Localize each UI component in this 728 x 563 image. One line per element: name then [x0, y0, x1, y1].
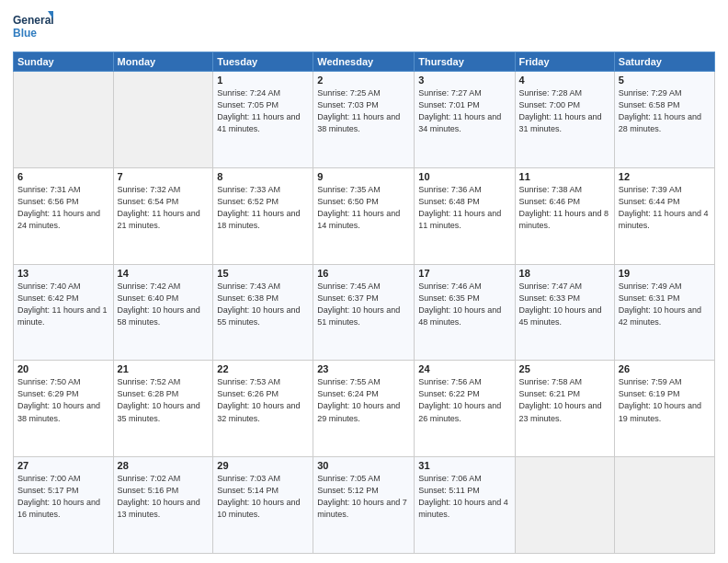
calendar-body: 1Sunrise: 7:24 AM Sunset: 7:05 PM Daylig… — [14, 72, 715, 554]
day-info: Sunrise: 7:58 AM Sunset: 6:21 PM Dayligh… — [519, 376, 610, 424]
weekday-header-tuesday: Tuesday — [213, 52, 313, 72]
calendar-cell: 24Sunrise: 7:56 AM Sunset: 6:22 PM Dayli… — [415, 361, 515, 457]
day-info: Sunrise: 7:02 AM Sunset: 5:16 PM Dayligh… — [118, 473, 210, 521]
calendar-cell: 30Sunrise: 7:05 AM Sunset: 5:12 PM Dayli… — [313, 457, 415, 554]
calendar-cell: 16Sunrise: 7:45 AM Sunset: 6:37 PM Dayli… — [313, 264, 415, 361]
day-number: 7 — [118, 171, 210, 182]
day-info: Sunrise: 7:33 AM Sunset: 6:52 PM Dayligh… — [217, 184, 309, 232]
calendar-week-3: 13Sunrise: 7:40 AM Sunset: 6:42 PM Dayli… — [14, 264, 715, 361]
calendar-cell: 29Sunrise: 7:03 AM Sunset: 5:14 PM Dayli… — [213, 457, 313, 554]
day-info: Sunrise: 7:24 AM Sunset: 7:05 PM Dayligh… — [217, 87, 309, 135]
calendar-cell: 3Sunrise: 7:27 AM Sunset: 7:01 PM Daylig… — [415, 72, 515, 168]
day-info: Sunrise: 7:28 AM Sunset: 7:00 PM Dayligh… — [519, 87, 610, 135]
svg-text:Blue: Blue — [13, 27, 37, 40]
weekday-header-monday: Monday — [113, 52, 213, 72]
day-number: 1 — [217, 75, 309, 86]
day-number: 27 — [17, 460, 109, 471]
day-number: 14 — [118, 268, 210, 279]
logo: General Blue — [13, 9, 53, 46]
day-number: 15 — [217, 268, 309, 279]
day-info: Sunrise: 7:39 AM Sunset: 6:44 PM Dayligh… — [619, 184, 711, 232]
day-info: Sunrise: 7:27 AM Sunset: 7:01 PM Dayligh… — [418, 87, 510, 135]
day-info: Sunrise: 7:40 AM Sunset: 6:42 PM Dayligh… — [17, 281, 109, 328]
day-info: Sunrise: 7:42 AM Sunset: 6:40 PM Dayligh… — [118, 281, 210, 328]
calendar-cell: 9Sunrise: 7:35 AM Sunset: 6:50 PM Daylig… — [313, 167, 415, 264]
logo-svg: General Blue — [13, 9, 53, 46]
day-info: Sunrise: 7:52 AM Sunset: 6:28 PM Dayligh… — [118, 376, 210, 424]
day-info: Sunrise: 7:53 AM Sunset: 6:26 PM Dayligh… — [217, 376, 309, 424]
calendar-cell: 15Sunrise: 7:43 AM Sunset: 6:38 PM Dayli… — [213, 264, 313, 361]
calendar-week-5: 27Sunrise: 7:00 AM Sunset: 5:17 PM Dayli… — [14, 457, 715, 554]
day-number: 16 — [317, 268, 410, 279]
day-info: Sunrise: 7:59 AM Sunset: 6:19 PM Dayligh… — [619, 376, 711, 424]
calendar-cell: 13Sunrise: 7:40 AM Sunset: 6:42 PM Dayli… — [14, 264, 114, 361]
day-number: 3 — [418, 75, 510, 86]
day-number: 10 — [418, 171, 510, 182]
day-number: 28 — [118, 460, 210, 471]
day-number: 2 — [317, 75, 410, 86]
day-info: Sunrise: 7:49 AM Sunset: 6:31 PM Dayligh… — [619, 281, 711, 328]
day-info: Sunrise: 7:36 AM Sunset: 6:48 PM Dayligh… — [418, 184, 510, 232]
day-number: 13 — [17, 268, 109, 279]
day-number: 11 — [519, 171, 610, 182]
calendar-cell: 26Sunrise: 7:59 AM Sunset: 6:19 PM Dayli… — [614, 361, 714, 457]
calendar-cell: 2Sunrise: 7:25 AM Sunset: 7:03 PM Daylig… — [313, 72, 415, 168]
calendar-cell: 19Sunrise: 7:49 AM Sunset: 6:31 PM Dayli… — [614, 264, 714, 361]
day-number: 18 — [519, 268, 610, 279]
page: General Blue SundayMondayTuesdayWednesda… — [0, 0, 728, 563]
day-number: 25 — [519, 363, 610, 374]
weekday-header-wednesday: Wednesday — [313, 52, 415, 72]
calendar-cell: 14Sunrise: 7:42 AM Sunset: 6:40 PM Dayli… — [113, 264, 213, 361]
calendar-cell: 18Sunrise: 7:47 AM Sunset: 6:33 PM Dayli… — [515, 264, 614, 361]
day-number: 26 — [619, 363, 711, 374]
day-info: Sunrise: 7:45 AM Sunset: 6:37 PM Dayligh… — [317, 281, 410, 328]
calendar-cell: 20Sunrise: 7:50 AM Sunset: 6:29 PM Dayli… — [14, 361, 114, 457]
calendar-cell: 17Sunrise: 7:46 AM Sunset: 6:35 PM Dayli… — [415, 264, 515, 361]
calendar-cell: 28Sunrise: 7:02 AM Sunset: 5:16 PM Dayli… — [113, 457, 213, 554]
day-number: 24 — [418, 363, 510, 374]
calendar-cell: 21Sunrise: 7:52 AM Sunset: 6:28 PM Dayli… — [113, 361, 213, 457]
weekday-header-thursday: Thursday — [415, 52, 515, 72]
weekday-header-saturday: Saturday — [614, 52, 714, 72]
day-number: 22 — [217, 363, 309, 374]
calendar-cell: 23Sunrise: 7:55 AM Sunset: 6:24 PM Dayli… — [313, 361, 415, 457]
calendar-header: SundayMondayTuesdayWednesdayThursdayFrid… — [14, 52, 715, 72]
day-info: Sunrise: 7:55 AM Sunset: 6:24 PM Dayligh… — [317, 376, 410, 424]
day-info: Sunrise: 7:29 AM Sunset: 6:58 PM Dayligh… — [619, 87, 711, 135]
calendar-cell: 11Sunrise: 7:38 AM Sunset: 6:46 PM Dayli… — [515, 167, 614, 264]
day-number: 29 — [217, 460, 309, 471]
day-info: Sunrise: 7:06 AM Sunset: 5:11 PM Dayligh… — [418, 473, 510, 521]
day-info: Sunrise: 7:03 AM Sunset: 5:14 PM Dayligh… — [217, 473, 309, 521]
day-info: Sunrise: 7:56 AM Sunset: 6:22 PM Dayligh… — [418, 376, 510, 424]
calendar-cell: 25Sunrise: 7:58 AM Sunset: 6:21 PM Dayli… — [515, 361, 614, 457]
day-info: Sunrise: 7:35 AM Sunset: 6:50 PM Dayligh… — [317, 184, 410, 232]
calendar-cell: 7Sunrise: 7:32 AM Sunset: 6:54 PM Daylig… — [113, 167, 213, 264]
calendar-table: SundayMondayTuesdayWednesdayThursdayFrid… — [13, 52, 715, 554]
day-info: Sunrise: 7:25 AM Sunset: 7:03 PM Dayligh… — [317, 87, 410, 135]
day-info: Sunrise: 7:00 AM Sunset: 5:17 PM Dayligh… — [17, 473, 109, 521]
day-number: 6 — [17, 171, 109, 182]
calendar-cell: 31Sunrise: 7:06 AM Sunset: 5:11 PM Dayli… — [415, 457, 515, 554]
calendar-cell — [14, 72, 114, 168]
weekday-header-sunday: Sunday — [14, 52, 114, 72]
day-info: Sunrise: 7:43 AM Sunset: 6:38 PM Dayligh… — [217, 281, 309, 328]
day-number: 17 — [418, 268, 510, 279]
day-info: Sunrise: 7:05 AM Sunset: 5:12 PM Dayligh… — [317, 473, 410, 521]
day-number: 9 — [317, 171, 410, 182]
calendar-cell — [614, 457, 714, 554]
day-info: Sunrise: 7:50 AM Sunset: 6:29 PM Dayligh… — [17, 376, 109, 424]
calendar-cell: 8Sunrise: 7:33 AM Sunset: 6:52 PM Daylig… — [213, 167, 313, 264]
calendar-cell — [113, 72, 213, 168]
calendar-cell: 1Sunrise: 7:24 AM Sunset: 7:05 PM Daylig… — [213, 72, 313, 168]
weekday-header-friday: Friday — [515, 52, 614, 72]
day-number: 20 — [17, 363, 109, 374]
day-info: Sunrise: 7:32 AM Sunset: 6:54 PM Dayligh… — [118, 184, 210, 232]
day-number: 8 — [217, 171, 309, 182]
header: General Blue — [13, 9, 715, 46]
day-number: 30 — [317, 460, 410, 471]
calendar-cell — [515, 457, 614, 554]
calendar-cell: 27Sunrise: 7:00 AM Sunset: 5:17 PM Dayli… — [14, 457, 114, 554]
calendar-week-1: 1Sunrise: 7:24 AM Sunset: 7:05 PM Daylig… — [14, 72, 715, 168]
calendar-cell: 10Sunrise: 7:36 AM Sunset: 6:48 PM Dayli… — [415, 167, 515, 264]
day-number: 4 — [519, 75, 610, 86]
